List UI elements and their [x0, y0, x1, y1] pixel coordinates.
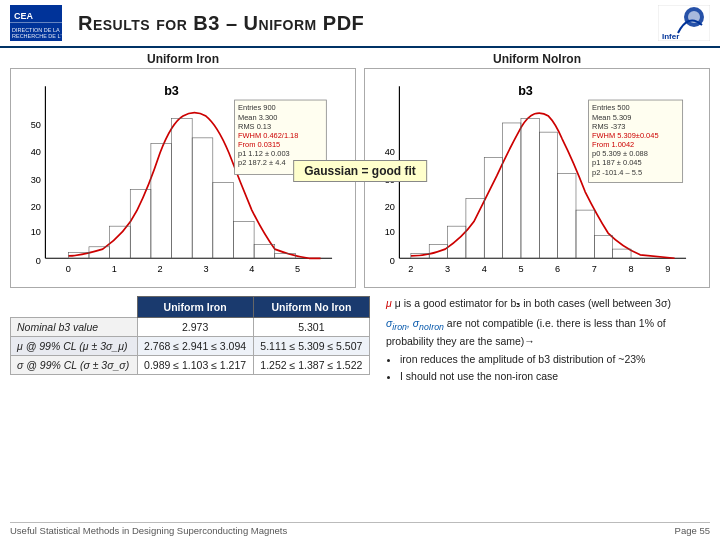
results-table-container: Uniform Iron Uniform No Iron Nominal b3 …	[10, 296, 370, 387]
svg-rect-70	[613, 249, 631, 258]
svg-text:FWHM  0.462/1.18: FWHM 0.462/1.18	[238, 131, 298, 140]
table-cell-mu-label: μ @ 99% CL (μ ± 3σ_μ)	[11, 337, 138, 356]
svg-text:8: 8	[628, 264, 633, 274]
svg-rect-30	[192, 138, 213, 258]
svg-text:0: 0	[390, 256, 395, 266]
table-row-mu: μ @ 99% CL (μ ± 3σ_μ) 2.768 ≤ 2.941 ≤ 3.…	[11, 337, 370, 356]
svg-text:Mean     3.300: Mean 3.300	[238, 113, 277, 122]
text-line1: μ μ is a good estimator for b₃ in both c…	[386, 296, 710, 312]
text-bullets: iron reduces the amplitude of b3 distrib…	[400, 352, 710, 386]
svg-text:p2    187.2 ± 4.4: p2 187.2 ± 4.4	[238, 158, 286, 167]
left-col-label: Uniform Iron	[10, 52, 356, 66]
table-cell-nominal-iron: 2.973	[137, 318, 253, 337]
text-panel: μ μ is a good estimator for b₃ in both c…	[382, 296, 710, 387]
svg-text:2: 2	[408, 264, 413, 274]
infer-logo: Infer	[658, 5, 710, 41]
svg-rect-61	[448, 226, 466, 258]
table-header-empty	[11, 297, 138, 318]
svg-text:0: 0	[36, 256, 41, 266]
svg-text:b3: b3	[164, 84, 179, 98]
svg-text:9: 9	[665, 264, 670, 274]
svg-text:10: 10	[31, 227, 41, 237]
svg-rect-33	[254, 245, 275, 259]
svg-text:10: 10	[385, 227, 395, 237]
svg-text:From    1.0042: From 1.0042	[592, 140, 634, 149]
table-section: Uniform Iron Uniform No Iron Nominal b3 …	[10, 296, 710, 387]
results-table: Uniform Iron Uniform No Iron Nominal b3 …	[10, 296, 370, 375]
svg-rect-66	[539, 132, 557, 258]
column-labels: Uniform Iron Uniform NoIron	[10, 52, 710, 66]
main-content: Uniform Iron Uniform NoIron b3 0 10 20 3…	[0, 48, 720, 540]
table-cell-mu-iron: 2.768 ≤ 2.941 ≤ 3.094	[137, 337, 253, 356]
svg-text:3: 3	[203, 264, 208, 274]
svg-text:p1  187 ± 0.045: p1 187 ± 0.045	[592, 158, 642, 167]
table-cell-sigma-iron: 0.989 ≤ 1.103 ≤ 1.217	[137, 356, 253, 375]
svg-text:5: 5	[518, 264, 523, 274]
svg-rect-69	[594, 235, 612, 258]
svg-text:Entries   500: Entries 500	[592, 103, 630, 112]
svg-text:RMS       0.13: RMS 0.13	[238, 122, 271, 131]
plots-row: b3 0 10 20 30 40 50 0 1 2 3 4 5	[10, 68, 710, 288]
svg-text:4: 4	[482, 264, 487, 274]
svg-text:2: 2	[158, 264, 163, 274]
svg-rect-2	[10, 22, 62, 23]
svg-text:Entries   900: Entries 900	[238, 103, 276, 112]
svg-text:Infer: Infer	[662, 32, 679, 41]
table-cell-nominal-label: Nominal b3 value	[11, 318, 138, 337]
svg-text:p1    1.12 ± 0.003: p1 1.12 ± 0.003	[238, 149, 290, 158]
table-cell-mu-noiron: 5.111 ≤ 5.309 ≤ 5.507	[253, 337, 369, 356]
svg-rect-68	[576, 210, 594, 258]
svg-text:20: 20	[31, 202, 41, 212]
svg-text:30: 30	[31, 175, 41, 185]
svg-rect-32	[233, 222, 254, 259]
svg-text:6: 6	[555, 264, 560, 274]
right-col-label: Uniform NoIron	[364, 52, 710, 66]
svg-text:b3: b3	[518, 84, 533, 98]
svg-text:p0  5.309 ± 0.088: p0 5.309 ± 0.088	[592, 149, 648, 158]
svg-text:FWHM 5.309±0.045: FWHM 5.309±0.045	[592, 131, 659, 140]
svg-text:p2  -101.4 – 5.5: p2 -101.4 – 5.5	[592, 168, 642, 177]
svg-rect-27	[130, 189, 151, 258]
table-header-iron: Uniform Iron	[137, 297, 253, 318]
svg-text:7: 7	[592, 264, 597, 274]
page-header: CEA DIRECTION DE LA RECHERCHE DE L'ENERG…	[0, 0, 720, 48]
page-footer: Useful Statistical Methods in Designing …	[10, 522, 710, 536]
svg-text:3: 3	[445, 264, 450, 274]
svg-text:1: 1	[112, 264, 117, 274]
gaussian-annotation: Gaussian = good fit	[293, 160, 427, 182]
svg-text:50: 50	[31, 120, 41, 130]
svg-text:RMS      -373: RMS -373	[592, 122, 625, 131]
mu-symbol: μ	[386, 297, 392, 309]
table-cell-sigma-noiron: 1.252 ≤ 1.387 ≤ 1.522	[253, 356, 369, 375]
table-row-nominal: Nominal b3 value 2.973 5.301	[11, 318, 370, 337]
svg-text:5: 5	[295, 264, 300, 274]
svg-rect-28	[151, 144, 172, 259]
bullet-2: I should not use the non-iron case	[400, 369, 710, 385]
table-header-noIron: Uniform No Iron	[253, 297, 369, 318]
text-line2: σiron, σnoIron are not compatible (i.e. …	[386, 316, 710, 350]
svg-text:Mean    5.309: Mean 5.309	[592, 113, 631, 122]
svg-text:40: 40	[385, 147, 395, 157]
svg-rect-63	[484, 157, 502, 258]
svg-text:4: 4	[249, 264, 254, 274]
svg-text:CEA: CEA	[14, 11, 34, 21]
footer-left: Useful Statistical Methods in Designing …	[10, 525, 287, 536]
svg-text:20: 20	[385, 202, 395, 212]
svg-text:0: 0	[66, 264, 71, 274]
table-row-sigma: σ @ 99% CL (σ ± 3σ_σ) 0.989 ≤ 1.103 ≤ 1.…	[11, 356, 370, 375]
svg-text:40: 40	[31, 147, 41, 157]
svg-rect-31	[213, 183, 234, 259]
page-title: Results for B3 – Uniform PDF	[78, 12, 658, 35]
cea-logo: CEA DIRECTION DE LA RECHERCHE DE L'ENERG…	[10, 5, 62, 41]
table-cell-nominal-noiron: 5.301	[253, 318, 369, 337]
svg-text:RECHERCHE DE L'ENERGIE: RECHERCHE DE L'ENERGIE	[12, 33, 62, 39]
table-cell-sigma-label: σ @ 99% CL (σ ± 3σ_σ)	[11, 356, 138, 375]
svg-text:From    0.0315: From 0.0315	[238, 140, 280, 149]
svg-rect-67	[558, 173, 576, 258]
bullet-1: iron reduces the amplitude of b3 distrib…	[400, 352, 710, 368]
sigma-symbols: σiron, σnoIron	[386, 317, 444, 329]
svg-rect-29	[172, 118, 193, 258]
svg-rect-65	[521, 118, 539, 258]
footer-right: Page 55	[675, 525, 710, 536]
